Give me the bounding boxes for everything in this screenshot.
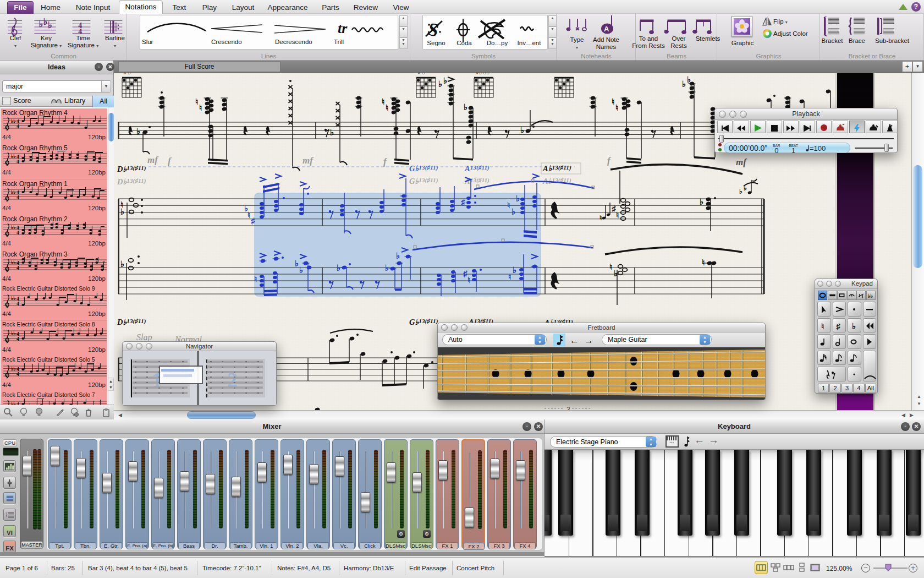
- svg-text:♭: ♭: [385, 264, 389, 272]
- svg-text:♭♭: ♭♭: [11, 189, 16, 195]
- svg-text:♭♭: ♭♭: [867, 293, 873, 299]
- svg-text:♯: ♯: [836, 322, 840, 331]
- svg-text:♭: ♭: [682, 80, 686, 89]
- svg-text:4: 4: [16, 265, 19, 271]
- svg-text:♭: ♭: [739, 188, 743, 195]
- svg-text:♮: ♮: [702, 258, 705, 267]
- svg-text:♮: ♮: [386, 103, 388, 112]
- svg-text:♮: ♮: [600, 214, 602, 222]
- svg-text:♭: ♭: [330, 128, 334, 137]
- svg-text:4: 4: [16, 301, 19, 307]
- svg-text:♭♭: ♭♭: [11, 331, 16, 336]
- svg-text:♯: ♯: [463, 269, 468, 278]
- svg-text:♭♭: ♭♭: [11, 154, 16, 159]
- svg-text:♭: ♭: [337, 264, 340, 272]
- svg-text:♮: ♮: [507, 201, 510, 210]
- svg-text:♯: ♯: [251, 216, 255, 225]
- svg-text:♭: ♭: [516, 194, 520, 203]
- svg-text:♭: ♭: [700, 198, 703, 206]
- svg-text:mf: mf: [147, 155, 159, 165]
- svg-text:4: 4: [16, 371, 19, 377]
- svg-text:♮: ♮: [254, 275, 257, 283]
- svg-text:♮: ♮: [508, 272, 511, 281]
- svg-text:♭♭: ♭♭: [11, 366, 16, 372]
- svg-text:♮: ♮: [616, 211, 619, 220]
- svg-text:♭: ♭: [299, 266, 303, 275]
- svg-text:♭: ♭: [438, 80, 442, 89]
- svg-text:♭♭: ♭♭: [11, 118, 16, 124]
- svg-text:♭♭: ♭♭: [11, 296, 16, 301]
- svg-text:♮: ♮: [468, 276, 470, 285]
- svg-text:♮: ♮: [382, 97, 384, 106]
- svg-text:♭: ♭: [43, 17, 48, 27]
- svg-text:♭: ♭: [520, 126, 524, 135]
- svg-text:tr: tr: [338, 20, 348, 36]
- svg-text:♮: ♮: [248, 211, 250, 220]
- svg-text:mf: mf: [736, 157, 747, 167]
- svg-text:♭: ♭: [136, 127, 140, 136]
- svg-text:4: 4: [16, 194, 19, 200]
- svg-text:4: 4: [16, 159, 19, 165]
- svg-text:♭: ♭: [48, 20, 52, 30]
- svg-text:4: 4: [16, 230, 19, 236]
- svg-text:♮: ♮: [612, 97, 614, 106]
- svg-text:♭: ♭: [39, 19, 43, 29]
- svg-text:♮: ♮: [195, 97, 198, 106]
- svg-text:♭: ♭: [443, 77, 447, 85]
- svg-text:♭: ♭: [120, 260, 124, 269]
- svg-text:♮: ♮: [615, 103, 618, 112]
- svg-text:♭♭: ♭♭: [11, 260, 16, 265]
- svg-text:4: 4: [16, 336, 19, 342]
- svg-text:♭: ♭: [120, 208, 124, 216]
- svg-text:♭: ♭: [295, 259, 299, 268]
- svg-text:♯: ♯: [612, 204, 616, 213]
- svg-text:♮: ♮: [821, 322, 824, 331]
- svg-text:♮: ♮: [199, 103, 202, 112]
- svg-text:♯: ♯: [461, 198, 465, 206]
- svg-text:♭♭: ♭♭: [11, 225, 16, 230]
- svg-text:♭: ♭: [513, 266, 516, 275]
- svg-text:4: 4: [16, 123, 19, 129]
- svg-text:♭: ♭: [464, 103, 468, 112]
- svg-text:♭: ♭: [396, 252, 400, 260]
- svg-text:mf: mf: [302, 155, 314, 166]
- svg-text:♭: ♭: [512, 208, 515, 216]
- svg-text:A: A: [604, 25, 609, 33]
- svg-text:♮: ♮: [609, 263, 612, 271]
- svg-text:♭: ♭: [852, 322, 856, 331]
